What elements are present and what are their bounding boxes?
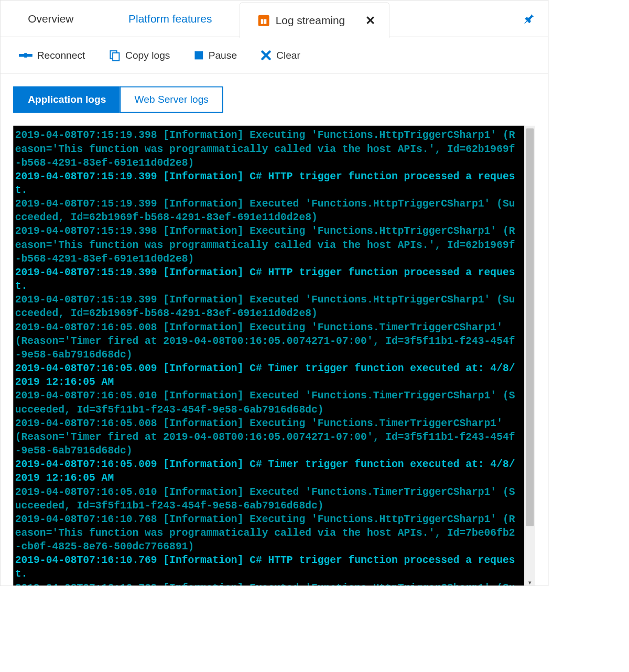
svg-rect-2: [194, 51, 203, 59]
clear-label: Clear: [276, 49, 300, 61]
tab-log-streaming[interactable]: ▮▮ Log streaming ✕: [240, 2, 389, 38]
log-line: 2019-04-08T07:16:05.009 [Information] C#…: [15, 458, 520, 485]
log-line: 2019-04-08T07:15:19.398 [Information] Ex…: [15, 224, 520, 265]
log-line: 2019-04-08T07:15:19.399 [Information] C#…: [15, 170, 520, 197]
pause-button[interactable]: Pause: [194, 49, 237, 61]
log-line: 2019-04-08T07:16:05.008 [Information] Ex…: [15, 416, 520, 457]
copy-logs-label: Copy logs: [125, 49, 170, 61]
copy-icon: [109, 49, 121, 61]
log-type-tabs: Application logs Web Server logs: [13, 86, 535, 113]
tab-platform-features[interactable]: Platform features: [101, 1, 240, 37]
scroll-down-arrow[interactable]: ▾: [525, 577, 535, 586]
log-line: 2019-04-08T07:16:05.008 [Information] Ex…: [15, 320, 520, 361]
console-container: 2019-04-08T07:15:19.398 [Information] Ex…: [13, 126, 535, 586]
reconnect-button[interactable]: Reconnect: [19, 49, 85, 61]
log-line: 2019-04-08T07:15:19.399 [Information] Ex…: [15, 197, 520, 224]
clear-button[interactable]: Clear: [261, 49, 300, 61]
scroll-thumb[interactable]: [526, 128, 534, 526]
log-line: 2019-04-08T07:16:05.010 [Information] Ex…: [15, 389, 520, 416]
tab-overview[interactable]: Overview: [1, 1, 101, 37]
pause-icon: [194, 50, 204, 60]
tab-web-server-logs[interactable]: Web Server logs: [120, 86, 223, 113]
content-area: Application logs Web Server logs 2019-04…: [1, 73, 548, 586]
log-line: 2019-04-08T07:15:19.398 [Information] Ex…: [15, 128, 520, 169]
log-stream-icon: ▮▮: [258, 15, 269, 26]
toolbar: Reconnect Copy logs Pause Clear: [1, 37, 548, 74]
log-line: 2019-04-08T07:16:10.769 [Information] C#…: [15, 554, 520, 581]
copy-logs-button[interactable]: Copy logs: [109, 49, 170, 61]
log-line: 2019-04-08T07:15:19.399 [Information] Ex…: [15, 293, 520, 320]
pause-label: Pause: [209, 49, 237, 61]
reconnect-label: Reconnect: [37, 49, 85, 61]
reconnect-icon: [19, 50, 32, 60]
log-console[interactable]: 2019-04-08T07:15:19.398 [Information] Ex…: [13, 126, 524, 586]
log-line: 2019-04-08T07:16:10.769 [Information] Ex…: [15, 581, 520, 586]
log-line: 2019-04-08T07:16:05.010 [Information] Ex…: [15, 485, 520, 512]
tab-application-logs[interactable]: Application logs: [13, 86, 121, 113]
scrollbar[interactable]: ▾: [524, 126, 535, 586]
close-tab-icon[interactable]: ✕: [365, 14, 375, 28]
log-line: 2019-04-08T07:16:05.009 [Information] C#…: [15, 362, 520, 389]
tab-log-streaming-label: Log streaming: [276, 14, 345, 27]
svg-rect-1: [113, 52, 119, 60]
log-line: 2019-04-08T07:16:10.768 [Information] Ex…: [15, 513, 520, 554]
log-line: 2019-04-08T07:15:19.399 [Information] C#…: [15, 266, 520, 293]
clear-icon: [261, 50, 272, 61]
top-tabs: Overview Platform features ▮▮ Log stream…: [1, 1, 548, 37]
pin-button[interactable]: [511, 1, 548, 37]
pin-icon: [523, 13, 535, 25]
